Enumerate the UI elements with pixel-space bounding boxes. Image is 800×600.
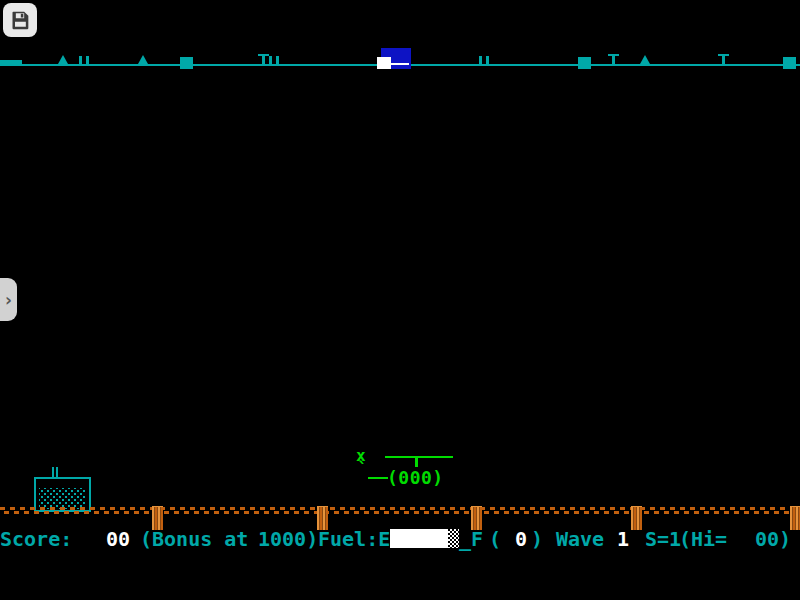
status-segment: 1000) [258,529,318,549]
status-segment: _F [459,529,483,549]
radar-gate-icon [269,56,279,65]
status-segment: (Hi= [679,529,727,549]
radar-gate-icon [479,56,489,65]
status-segment: Wave [556,529,604,549]
helicopter-spark: ` [357,458,368,479]
helicopter-body: (000) [387,467,444,488]
radar-gate-icon [79,56,89,65]
ground-dashes-top [0,507,800,510]
player-marker-white-square [377,57,391,69]
player-marker-white-line [391,63,409,65]
status-segment: ) [531,529,543,549]
radar-tree-icon [58,55,68,64]
sidebar-expand-tab[interactable]: › [0,278,17,321]
radar-left-bar [0,60,22,66]
status-segment: 00 [106,529,130,549]
fuel-gauge-bar-dither [448,529,459,548]
status-segment: ( [489,529,501,549]
status-segment: Score: [0,529,72,549]
radar-tower-icon [718,54,729,66]
helicopter-rotor [385,456,453,458]
fuel-gauge-bar [390,529,448,548]
floppy-disk-icon [10,10,30,30]
radar-tree-icon [138,55,148,64]
status-segment: 00) [755,529,791,549]
radar-tree-icon [640,55,650,64]
fence-post [790,506,800,530]
status-segment: (Bonus at [140,529,248,549]
radar-tower-icon [258,54,269,66]
status-segment: 0 [515,529,527,549]
radar-tower-icon [608,54,619,66]
ground-dashes-bottom [0,511,800,514]
radar-depot-icon [783,57,796,69]
radar-depot-icon [180,57,193,69]
radar-depot-icon [578,57,591,69]
building-dither-fill [39,488,86,509]
game-screen[interactable]: x ` (000) Score:00(Bonus at1000)Fuel:E_F… [0,0,800,600]
status-segment: S=1 [645,529,681,549]
status-segment: Fuel:E [318,529,390,549]
save-state-button[interactable] [3,3,37,37]
fence-post [631,506,642,530]
status-segment: 1 [617,529,629,549]
chevron-right-icon: › [5,290,12,310]
helicopter-rotor-mast [415,458,418,467]
helicopter-tail [368,477,388,479]
